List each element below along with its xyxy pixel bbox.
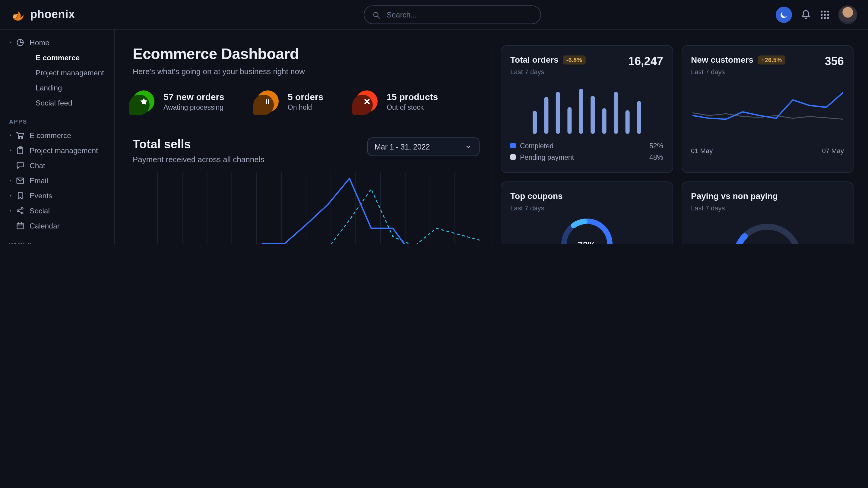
sidebar-item-home[interactable]: Home (0, 35, 114, 50)
caret-right-icon (8, 148, 14, 153)
theme-toggle-button[interactable] (776, 6, 792, 23)
trend-badge: +26.5% (757, 55, 785, 64)
card-period: Last 7 days (691, 68, 785, 75)
legend-value: 48% (649, 154, 663, 161)
sidebar-item-label: Calendar (30, 222, 60, 230)
sidebar-item-label: Events (30, 191, 52, 200)
total-sells-chart: 01 May15 May30 May (133, 172, 479, 244)
sidebar-item-email[interactable]: Email (0, 173, 114, 188)
legend-label: Pending payment (520, 154, 574, 161)
paying-card: Paying vs non paying Last 7 days Paying … (681, 182, 854, 244)
grid-icon (820, 9, 830, 20)
customers-x-labels: 01 May 07 May (691, 142, 844, 154)
coupons-donut-chart: 72% (559, 217, 615, 244)
stat-out-of-stock: 15 productsOut of stock (356, 90, 438, 112)
top-coupons-card: Top coupons Last 7 days 72% Percentage d… (501, 182, 673, 244)
new-customers-card: New customers +26.5% Last 7 days 356 01 … (681, 45, 854, 173)
new-customers-value: 356 (825, 55, 844, 68)
kpi-cards: Total orders -6.8% Last 7 days 16,247 Co… (492, 45, 854, 244)
card-title: Total orders (510, 55, 559, 65)
sidebar-item-e-commerce[interactable]: E commerce (0, 128, 114, 143)
caret-right-icon (8, 133, 14, 138)
calendar-icon (16, 221, 25, 230)
sidebar-item-chat[interactable]: Chat (0, 158, 114, 173)
brand-logo[interactable]: phoenix (11, 7, 75, 22)
x-icon (356, 90, 378, 112)
sidebar-section-label-apps: APPS (0, 110, 114, 128)
card-title: Paying vs non paying (691, 191, 844, 201)
sidebar-item-social-feed[interactable]: Social feed (0, 95, 114, 110)
caret-right-icon (8, 178, 14, 183)
share-icon (16, 206, 25, 215)
star-icon (133, 90, 154, 112)
legend-item: Completed52% (510, 140, 663, 151)
sidebar: HomeE commerceProject managementLandingS… (0, 30, 115, 244)
envelope-icon (16, 176, 25, 185)
sidebar-nav: HomeE commerceProject managementLandingS… (0, 35, 114, 244)
sidebar-item-events[interactable]: Events (0, 188, 114, 203)
sidebar-section-label-pages: PAGES (0, 233, 114, 244)
brand-name: phoenix (30, 8, 75, 21)
main-content: Ecommerce Dashboard Here's what's going … (115, 30, 868, 244)
date-range-select[interactable]: Mar 1 - 31, 2022 (367, 137, 479, 156)
sidebar-item-label: E commerce (30, 131, 71, 139)
orders-legend: Completed52%Pending payment48% (510, 140, 663, 163)
app-root: phoenix HomeE commerceProject management… (0, 0, 868, 244)
user-avatar[interactable] (838, 5, 857, 24)
stat-value: 57 new orders (163, 92, 224, 102)
pie-icon (16, 38, 25, 47)
total-sells-title: Total sells (133, 137, 264, 151)
pause-icon (257, 90, 279, 112)
sidebar-item-e-commerce[interactable]: E commerce (0, 50, 114, 65)
card-period: Last 7 days (691, 204, 844, 212)
card-title: Top coupons (510, 191, 663, 201)
orders-bar-chart (510, 83, 663, 134)
customers-line-chart (691, 83, 844, 136)
sidebar-item-label: Chat (30, 161, 45, 170)
stats-row: 57 new ordersAwating processing5 ordersO… (133, 90, 479, 112)
sidebar-item-landing[interactable]: Landing (0, 80, 114, 95)
legend-item: Pending payment48% (510, 151, 663, 163)
sidebar-item-project-management[interactable]: Project management (0, 65, 114, 80)
chevron-down-icon (464, 143, 472, 151)
notifications-button[interactable] (801, 9, 811, 20)
caret-right-icon (8, 208, 14, 214)
caret-down-icon (8, 40, 14, 45)
stat-caption: Out of stock (386, 104, 438, 111)
sidebar-item-label: Home (30, 38, 50, 47)
paying-gauge-chart (722, 213, 813, 244)
card-period: Last 7 days (510, 204, 663, 212)
sidebar-item-project-management[interactable]: Project management (0, 143, 114, 158)
stat-on-hold: 5 ordersOn hold (257, 90, 323, 112)
stat-awating-processing: 57 new ordersAwating processing (133, 90, 224, 112)
topbar: phoenix (0, 0, 868, 30)
global-search-input[interactable] (385, 10, 533, 20)
topbar-search[interactable] (364, 5, 541, 24)
total-sells-subtitle: Payment received across all channels (133, 155, 264, 164)
apps-grid-button[interactable] (820, 9, 830, 20)
page-title: Ecommerce Dashboard (133, 45, 479, 63)
sidebar-item-calendar[interactable]: Calendar (0, 218, 114, 233)
moon-icon (779, 10, 788, 19)
stat-caption: On hold (288, 104, 323, 111)
legend-swatch (510, 154, 516, 160)
topbar-actions (776, 5, 857, 24)
total-orders-value: 16,247 (628, 55, 663, 68)
donut-center-value: 72% (559, 217, 615, 244)
legend-swatch (510, 143, 516, 148)
total-orders-card: Total orders -6.8% Last 7 days 16,247 Co… (501, 45, 673, 173)
phoenix-logo-icon (11, 7, 25, 22)
sidebar-item-label: Social (30, 206, 50, 215)
sidebar-item-label: Email (30, 176, 48, 185)
stat-value: 15 products (386, 92, 438, 102)
trend-badge: -6.8% (563, 55, 586, 64)
sidebar-item-social[interactable]: Social (0, 203, 114, 218)
caret-right-icon (8, 193, 14, 198)
legend-value: 52% (649, 142, 663, 149)
dashboard-section: Ecommerce Dashboard Here's what's going … (115, 30, 868, 244)
stat-caption: Awating processing (163, 104, 224, 111)
sidebar-item-label: Project management (30, 146, 98, 155)
page-subtitle: Here's what's going on at your business … (133, 67, 479, 76)
search-icon (372, 10, 381, 19)
stat-value: 5 orders (288, 92, 323, 102)
